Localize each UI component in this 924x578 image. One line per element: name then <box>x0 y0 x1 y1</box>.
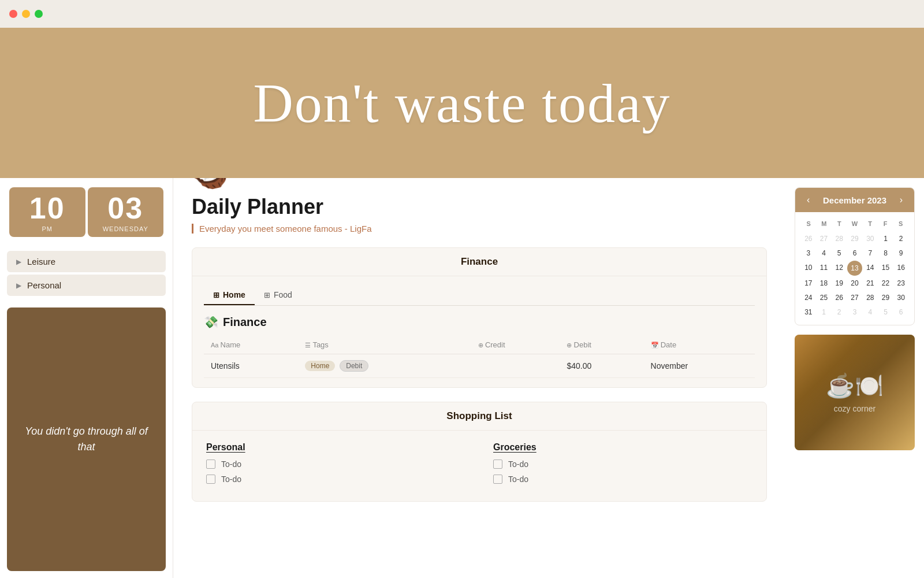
finance-section-header: Finance <box>192 248 766 276</box>
sidebar-item-leisure-label: Leisure <box>27 257 55 266</box>
shopping-col-groceries: Groceries To-do To-do <box>493 442 752 490</box>
cal-date[interactable]: 12 <box>832 261 847 276</box>
page-icon: 🥥 <box>192 178 767 190</box>
page-title: Daily Planner <box>192 195 767 219</box>
cal-date[interactable]: 10 <box>801 261 816 276</box>
cal-date[interactable]: 26 <box>801 232 816 246</box>
quote-text: You didn't go through all of that <box>18 424 154 455</box>
cal-date[interactable]: 2 <box>893 232 908 246</box>
finance-title-icon: 💸 <box>204 315 218 329</box>
sidebar-nav: ▶ Leisure ▶ Personal <box>0 246 173 301</box>
cal-date[interactable]: 18 <box>817 276 832 290</box>
list-item: To-do <box>206 475 465 484</box>
col-debit: ⊕ Debit <box>560 336 643 354</box>
cal-date[interactable]: 24 <box>801 291 816 305</box>
col-credit: ⊕ Credit <box>471 336 560 354</box>
tag-home: Home <box>305 361 335 371</box>
leisure-arrow: ▶ <box>16 258 21 266</box>
cal-date[interactable]: 19 <box>832 276 847 290</box>
shopping-section-header: Shopping List <box>192 402 766 431</box>
cal-date[interactable]: 15 <box>878 261 893 276</box>
row-credit <box>471 354 560 378</box>
day-name-t1: T <box>832 218 847 229</box>
cal-date[interactable]: 27 <box>847 291 862 305</box>
right-panel: ‹ December 2023 › S M T W T F S 26 27 <box>785 178 924 578</box>
cal-date[interactable]: 1 <box>817 305 832 319</box>
checkbox-1[interactable] <box>206 460 215 469</box>
food-tab-label: Food <box>274 290 292 299</box>
cal-date[interactable]: 30 <box>863 232 878 246</box>
cal-date[interactable]: 1 <box>878 232 893 246</box>
cal-date[interactable]: 7 <box>863 246 878 260</box>
clock-minute-box: 03 WEDNESDAY <box>88 187 164 237</box>
checkbox-3[interactable] <box>493 460 502 469</box>
list-item: To-do <box>493 475 752 484</box>
cal-date[interactable]: 23 <box>893 276 908 290</box>
banner-text: Don't waste today <box>253 71 670 135</box>
cal-date[interactable]: 26 <box>832 291 847 305</box>
col-tags: ☰ Tags <box>298 336 471 354</box>
cal-date[interactable]: 6 <box>893 305 908 319</box>
clock-hour: 10 <box>29 193 65 223</box>
cal-date[interactable]: 29 <box>878 291 893 305</box>
sidebar-item-leisure[interactable]: ▶ Leisure <box>7 251 166 272</box>
item-label-1: To-do <box>221 460 241 469</box>
cal-date[interactable]: 30 <box>893 291 908 305</box>
cal-date[interactable]: 4 <box>863 305 878 319</box>
finance-content: ⊞ Home ⊞ Food 💸 Finance <box>192 276 766 387</box>
calendar: ‹ December 2023 › S M T W T F S 26 27 <box>795 187 915 325</box>
tag-debit: Debit <box>340 360 368 372</box>
tab-home[interactable]: ⊞ Home <box>204 286 255 305</box>
calendar-grid: S M T W T F S 26 27 28 29 30 1 2 <box>795 212 914 325</box>
sidebar-item-personal-label: Personal <box>27 280 61 290</box>
cal-date[interactable]: 29 <box>847 232 862 246</box>
day-name-f: F <box>878 218 893 229</box>
cal-date[interactable]: 3 <box>847 305 862 319</box>
cal-date[interactable]: 28 <box>863 291 878 305</box>
day-name-t2: T <box>862 218 878 229</box>
cal-date[interactable]: 3 <box>801 246 816 260</box>
close-button[interactable] <box>9 10 17 18</box>
personal-col-title: Personal <box>206 442 465 453</box>
cal-date-today[interactable]: 13 <box>847 261 862 276</box>
finance-section: Finance ⊞ Home ⊞ Food 💸 Finance <box>192 247 767 388</box>
shopping-columns: Personal To-do To-do Groceries <box>206 442 752 490</box>
cal-date[interactable]: 27 <box>817 232 832 246</box>
cal-prev-button[interactable]: ‹ <box>803 194 813 206</box>
home-tab-icon: ⊞ <box>213 291 219 299</box>
clock-day: WEDNESDAY <box>103 225 148 232</box>
shopping-section: Shopping List Personal To-do To-do <box>192 402 767 502</box>
home-tab-label: Home <box>223 290 245 299</box>
cal-date[interactable]: 16 <box>893 261 908 276</box>
sidebar-item-personal[interactable]: ▶ Personal <box>7 275 166 296</box>
cal-date[interactable]: 20 <box>847 276 862 290</box>
row-debit: $40.00 <box>560 354 643 378</box>
cal-date[interactable]: 8 <box>878 246 893 260</box>
cal-date[interactable]: 2 <box>832 305 847 319</box>
checkbox-2[interactable] <box>206 475 215 484</box>
cal-next-button[interactable]: › <box>896 194 906 206</box>
groceries-col-title: Groceries <box>493 442 752 453</box>
cal-date[interactable]: 31 <box>801 305 816 319</box>
cal-date[interactable]: 5 <box>832 246 847 260</box>
row-name: Utensils <box>204 354 298 378</box>
table-row: Utensils Home Debit $40.00 November <box>204 354 755 378</box>
tab-food[interactable]: ⊞ Food <box>255 286 301 305</box>
cal-date[interactable]: 25 <box>817 291 832 305</box>
cal-date[interactable]: 21 <box>863 276 878 290</box>
cal-date[interactable]: 28 <box>832 232 847 246</box>
cal-date[interactable]: 4 <box>817 246 832 260</box>
cal-date[interactable]: 5 <box>878 305 893 319</box>
cal-date[interactable]: 17 <box>801 276 816 290</box>
cal-date[interactable]: 11 <box>817 261 832 276</box>
maximize-button[interactable] <box>35 10 43 18</box>
finance-table-title: 💸 Finance <box>204 315 755 329</box>
cal-date[interactable]: 9 <box>893 246 908 260</box>
minimize-button[interactable] <box>22 10 30 18</box>
cal-date[interactable]: 14 <box>863 261 878 276</box>
cal-date[interactable]: 6 <box>847 246 862 260</box>
day-name-s1: S <box>801 218 817 229</box>
cal-date[interactable]: 22 <box>878 276 893 290</box>
checkbox-4[interactable] <box>493 475 502 484</box>
photo-content: ☕🍽️ cozy corner <box>826 372 884 413</box>
